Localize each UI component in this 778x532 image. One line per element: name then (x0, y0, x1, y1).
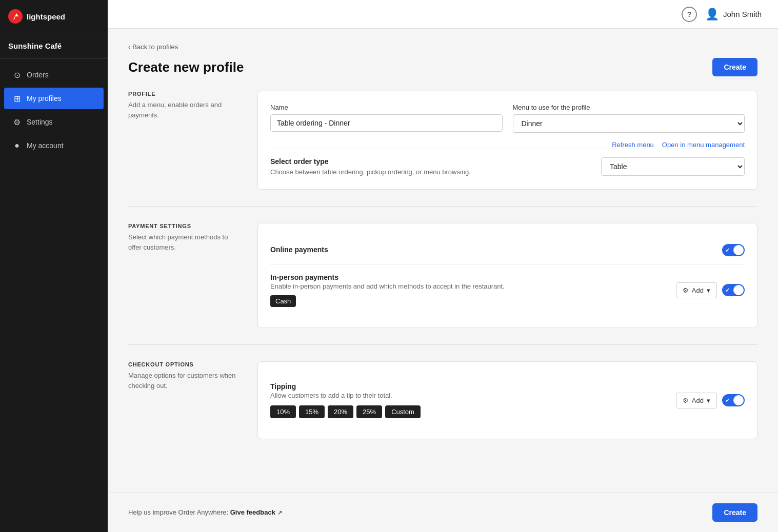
tipping-row: Tipping Allow customers to add a tip to … (270, 374, 745, 426)
sidebar-item-settings-label: Settings (27, 118, 53, 126)
chevron-down-icon: ▾ (707, 287, 710, 294)
toggle-check-icon: ✓ (725, 247, 730, 254)
profile-section-label: PROFILE Add a menu, enable orders and pa… (128, 91, 241, 190)
gear-icon-add: ⚙ (683, 287, 689, 294)
tip-badges: 10% 15% 20% 25% Custom (270, 405, 421, 418)
online-payments-toggle[interactable]: ✓ (722, 244, 745, 256)
user-menu[interactable]: 👤 John Smith (705, 8, 762, 21)
name-input[interactable] (270, 114, 503, 132)
section-divider-1 (128, 206, 757, 207)
footer-feedback: Help us improve Order Anywhere: Give fee… (128, 508, 282, 516)
open-menu-management-link[interactable]: Open in menu management (662, 141, 745, 149)
checkout-section: CHECKOUT OPTIONS Manage options for cust… (128, 361, 757, 439)
in-person-add-button[interactable]: ⚙ Add ▾ (676, 282, 717, 298)
sidebar-item-my-profiles-label: My profiles (27, 94, 62, 103)
sidebar-item-orders-label: Orders (27, 71, 49, 79)
order-type-select[interactable]: Table Pickup Menu browsing (601, 157, 745, 176)
user-name: John Smith (723, 10, 762, 18)
orders-icon: ⊙ (12, 70, 22, 79)
sidebar-item-settings[interactable]: ⚙ Settings (4, 111, 104, 133)
checkout-label-desc: Manage options for customers when checki… (128, 371, 241, 391)
order-type-text: Select order type Choose between table o… (270, 157, 591, 177)
refresh-menu-link[interactable]: Refresh menu (612, 141, 654, 149)
create-button-top[interactable]: Create (712, 58, 757, 76)
give-feedback-link[interactable]: Give feedback ↗ (230, 508, 282, 516)
profile-section: PROFILE Add a menu, enable orders and pa… (128, 91, 757, 190)
sidebar-logo: lightspeed (0, 0, 108, 33)
cash-badge: Cash (270, 295, 296, 307)
lightspeed-logo-icon (8, 9, 23, 24)
page-title: Create new profile (128, 59, 244, 75)
sidebar-item-my-profiles[interactable]: ⊞ My profiles (4, 88, 104, 109)
in-person-toggle[interactable]: ✓ (722, 284, 745, 296)
checkout-section-label: CHECKOUT OPTIONS Manage options for cust… (128, 361, 241, 439)
in-person-title: In-person payments (270, 273, 505, 281)
account-icon: ● (12, 141, 22, 150)
page-header: Create new profile Create (128, 58, 757, 76)
help-button[interactable]: ? (682, 7, 697, 22)
profile-form-links: Refresh menu Open in menu management (270, 141, 745, 149)
profile-form-row: Name Menu to use for the profile Dinner … (270, 104, 745, 133)
tipping-title: Tipping (270, 382, 421, 391)
topbar: ? 👤 John Smith (108, 0, 778, 29)
tip-badge-custom[interactable]: Custom (385, 405, 421, 418)
payment-label-title: PAYMENT SETTINGS (128, 223, 241, 229)
profile-card: Name Menu to use for the profile Dinner … (257, 91, 757, 190)
online-payments-info: Online payments (270, 245, 328, 255)
name-label: Name (270, 104, 503, 111)
order-type-row: Select order type Choose between table o… (270, 149, 745, 177)
page-body: ‹ Back to profiles Create new profile Cr… (108, 29, 778, 493)
chevron-down-icon-tipping: ▾ (707, 397, 710, 404)
order-type-desc: Choose between table ordering, pickup or… (270, 168, 591, 177)
logo-text: lightspeed (27, 12, 65, 21)
create-button-bottom[interactable]: Create (712, 503, 757, 522)
in-person-payments-info: In-person payments Enable in-person paym… (270, 273, 505, 307)
online-payments-title: Online payments (270, 245, 328, 254)
sidebar-item-my-account[interactable]: ● My account (4, 135, 104, 156)
online-payments-row: Online payments ✓ (270, 236, 745, 264)
external-link-icon: ↗ (277, 510, 282, 516)
payment-section: PAYMENT SETTINGS Select which payment me… (128, 223, 757, 328)
tipping-add-button[interactable]: ⚙ Add ▾ (676, 393, 717, 408)
tipping-right: ⚙ Add ▾ ✓ (676, 393, 745, 408)
page-footer: Help us improve Order Anywhere: Give fee… (108, 493, 778, 532)
order-type-select-wrap: Table Pickup Menu browsing (601, 157, 745, 176)
name-group: Name (270, 104, 503, 133)
sidebar-nav: ⊙ Orders ⊞ My profiles ⚙ Settings ● My a… (0, 59, 108, 532)
main-content: ? 👤 John Smith ‹ Back to profiles Create… (108, 0, 778, 532)
profile-label-desc: Add a menu, enable orders and payments. (128, 100, 241, 120)
chevron-left-icon: ‹ (128, 43, 130, 51)
sidebar-item-orders[interactable]: ⊙ Orders (4, 64, 104, 86)
user-avatar-icon: 👤 (705, 8, 719, 21)
payment-section-label: PAYMENT SETTINGS Select which payment me… (128, 223, 241, 328)
back-link[interactable]: ‹ Back to profiles (128, 43, 757, 51)
sidebar: lightspeed Sunshine Café ⊙ Orders ⊞ My p… (0, 0, 108, 532)
gear-icon-tipping: ⚙ (683, 397, 689, 404)
tip-badge-10[interactable]: 10% (270, 405, 296, 418)
tip-badge-20[interactable]: 20% (328, 405, 353, 418)
tip-badge-25[interactable]: 25% (356, 405, 382, 418)
online-payments-right: ✓ (722, 244, 745, 256)
payment-card: Online payments ✓ In-person payments Ena… (257, 223, 757, 328)
profile-label-title: PROFILE (128, 91, 241, 97)
tip-badge-15[interactable]: 15% (299, 405, 325, 418)
section-divider-2 (128, 344, 757, 345)
toggle-check-icon-2: ✓ (725, 287, 730, 294)
settings-icon: ⚙ (12, 117, 22, 127)
in-person-desc: Enable in-person payments and add which … (270, 282, 505, 290)
sidebar-item-account-label: My account (27, 141, 64, 150)
menu-select[interactable]: Dinner Lunch Breakfast (513, 114, 745, 133)
order-type-title: Select order type (270, 157, 591, 166)
checkout-label-title: CHECKOUT OPTIONS (128, 361, 241, 367)
in-person-payments-right: ⚙ Add ▾ ✓ (676, 282, 745, 298)
in-person-payments-row: In-person payments Enable in-person paym… (270, 264, 745, 315)
in-person-add-label: Add (692, 287, 704, 294)
menu-group: Menu to use for the profile Dinner Lunch… (513, 104, 745, 133)
checkout-card: Tipping Allow customers to add a tip to … (257, 361, 757, 439)
cafe-name: Sunshine Café (0, 33, 108, 59)
my-profiles-icon: ⊞ (12, 94, 22, 103)
tipping-toggle[interactable]: ✓ (722, 394, 745, 406)
toggle-check-icon-3: ✓ (725, 397, 730, 404)
tipping-info: Tipping Allow customers to add a tip to … (270, 382, 421, 418)
tipping-add-label: Add (692, 397, 704, 404)
